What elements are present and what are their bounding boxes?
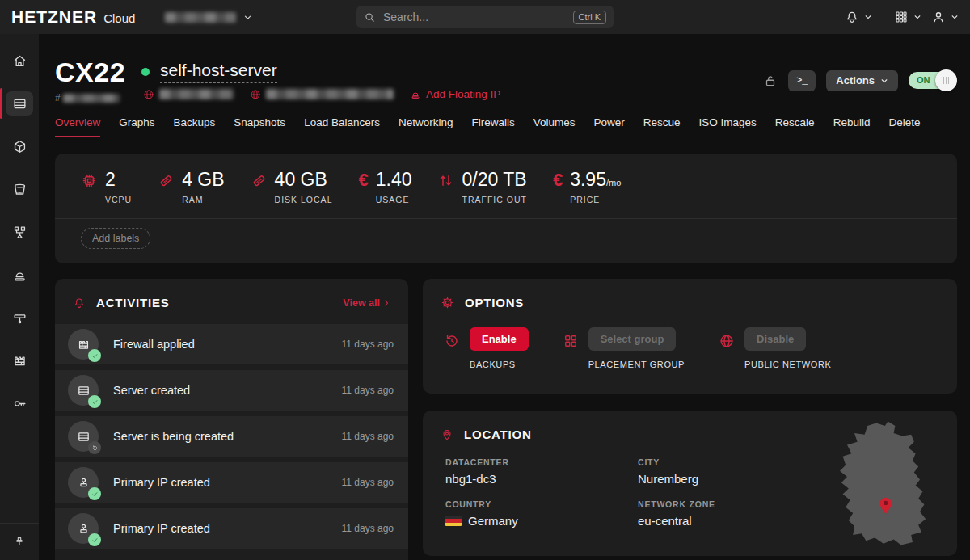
location-country: COUNTRY Germany [445,499,638,528]
sidebar-item-firewalls[interactable] [6,348,33,373]
add-floating-ip-label: Add Floating IP [426,88,500,100]
sidebar-item-storage[interactable] [6,177,33,201]
server-id-prefix: # [55,92,61,103]
activity-row[interactable]: Primary IP created 11 days ago [55,462,408,503]
tab-iso-images[interactable]: ISO Images [699,116,757,137]
activity-title: Primary IP created [113,476,210,489]
search-icon [364,11,376,23]
topbar-actions [845,0,959,34]
activities-title: ACTIVITIES [96,296,170,309]
sidebar-nav [0,34,39,560]
sidebar-item-networks[interactable] [6,305,33,330]
search-shortcut-badge: Ctrl K [573,11,607,24]
ipv6-address[interactable] [250,89,394,100]
tab-rescue[interactable]: Rescue [643,116,681,137]
brand-name: HETZNER [11,7,97,27]
enable-backups-button[interactable]: Enable [470,327,529,351]
stat-disk: 40 GB DISK LOCAL [251,170,333,204]
chevron-down-icon [951,13,959,21]
project-selector[interactable] [165,12,252,23]
tab-overview[interactable]: Overview [55,116,100,137]
disable-public-network-button[interactable]: Disable [744,327,806,351]
search-bar[interactable]: Ctrl K [356,6,614,28]
power-toggle-knob[interactable] [935,69,957,91]
actions-button[interactable]: Actions [826,70,898,91]
tab-rebuild[interactable]: Rebuild [833,116,871,137]
traffic-arrows-icon [437,172,454,204]
tab-power[interactable]: Power [594,116,625,137]
stat-vcpu: 2 VCPU [81,170,132,204]
select-group-button[interactable]: Select group [588,327,677,351]
tab-firewalls[interactable]: Firewalls [471,116,514,137]
brand-logo[interactable]: HETZNER Cloud [11,7,135,27]
topbar-divider [884,8,884,26]
success-check-icon [88,533,101,546]
activity-row[interactable]: Server created 11 days ago [55,370,408,411]
user-menu[interactable] [931,10,959,24]
germany-map [823,419,944,549]
tab-delete[interactable]: Delete [888,116,920,137]
server-icon [77,384,91,398]
sidebar-item-servers[interactable] [6,91,33,116]
tab-load-balancers[interactable]: Load Balancers [304,116,380,137]
tab-graphs[interactable]: Graphs [119,116,154,137]
stat-value: 4 GB [182,170,224,189]
firewall-icon [77,338,91,352]
notifications-menu[interactable] [845,10,872,24]
chevron-down-icon [880,77,888,85]
console-button[interactable]: >_ [788,70,816,91]
tab-snapshots[interactable]: Snapshots [234,116,285,137]
option-placement-group: Select group PLACEMENT GROUP [563,327,685,369]
activity-time: 11 days ago [342,477,394,488]
ipv4-address[interactable] [143,89,234,100]
sidebar-item-images[interactable] [6,134,33,158]
pin-icon [13,536,26,549]
sidebar-item-security[interactable] [6,391,33,415]
chevron-down-icon [243,13,252,22]
cpu-icon [81,172,98,204]
activity-row[interactable]: Server is being created 11 days ago [55,416,408,457]
tab-networking[interactable]: Networking [399,116,453,137]
location-title: LOCATION [464,427,532,441]
power-toggle[interactable]: ON [909,69,957,91]
stat-label: VCPU [105,195,132,204]
server-id-redacted [63,94,120,103]
tab-rescale[interactable]: Rescale [775,116,815,137]
activity-time: 11 days ago [342,523,394,534]
server-tabs: Overview Graphs Backups Snapshots Load B… [55,116,920,137]
floating-ip-icon [410,89,421,100]
stat-price: € 3.95/mo PRICE [553,170,621,204]
location-datacenter: DATACENTER nbg1-dc3 [445,457,638,486]
server-name[interactable]: self-host-server [160,61,277,83]
server-controls: >_ Actions ON [763,69,957,91]
server-name-row: self-host-server [141,61,277,83]
tab-backups[interactable]: Backups [174,116,216,137]
search-input[interactable] [383,11,573,23]
sidebar-item-floating-ips[interactable] [6,263,33,287]
firewall-icon [12,353,27,368]
server-stats-panel: 2 VCPU 4 GB RAM 40 GB DISK L [55,154,957,263]
topbar-divider [150,8,150,26]
activity-title: Server is being created [113,430,234,443]
activity-time: 11 days ago [342,431,394,442]
add-labels-button[interactable]: Add labels [81,228,150,249]
activity-avatar [68,421,99,452]
sidebar-item-home[interactable] [6,48,33,73]
server-icon [12,96,27,112]
active-indicator [0,88,2,119]
apps-menu[interactable] [894,10,922,24]
server-plan: CX22 [55,57,125,88]
tab-volumes[interactable]: Volumes [534,116,576,137]
add-floating-ip-link[interactable]: Add Floating IP [410,88,500,100]
bell-icon [845,10,859,24]
load-balancer-icon [12,225,27,240]
map-pin-icon [441,428,453,441]
sidebar-item-load-balancers[interactable] [6,220,33,244]
stat-label: RAM [182,195,224,204]
unlock-icon[interactable] [763,74,778,88]
activity-row[interactable]: Primary IP created 11 days ago [55,508,408,549]
sidebar-pin-toggle[interactable] [0,523,39,560]
activity-row[interactable]: Firewall applied 11 days ago [55,324,408,364]
server-id: # [55,92,120,103]
view-all-link[interactable]: View all [343,297,390,309]
